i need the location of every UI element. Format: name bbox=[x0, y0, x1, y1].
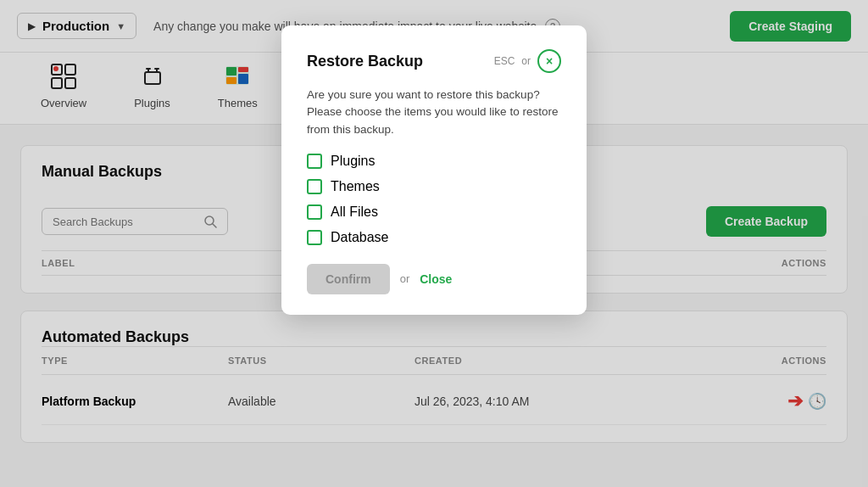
modal-description: Are you sure you want to restore this ba… bbox=[307, 87, 561, 138]
checkbox-plugins[interactable]: Plugins bbox=[307, 154, 561, 169]
modal-header-right: ESC or × bbox=[494, 49, 561, 73]
checkbox-themes-label: Themes bbox=[331, 179, 380, 194]
restore-backup-modal: Restore Backup ESC or × Are you sure you… bbox=[281, 25, 587, 315]
modal-footer: Confirm or Close bbox=[307, 264, 561, 294]
checkbox-database-input[interactable] bbox=[307, 230, 322, 245]
footer-or: or bbox=[400, 272, 410, 285]
modal-header: Restore Backup ESC or × bbox=[307, 49, 561, 73]
modal-title: Restore Backup bbox=[307, 53, 423, 70]
checkbox-themes[interactable]: Themes bbox=[307, 179, 561, 194]
checkbox-plugins-label: Plugins bbox=[331, 154, 375, 169]
confirm-button[interactable]: Confirm bbox=[307, 264, 390, 294]
esc-label: ESC bbox=[494, 55, 515, 67]
modal-or-label: or bbox=[521, 55, 531, 67]
close-link-button[interactable]: Close bbox=[420, 272, 452, 286]
checkbox-all-files-input[interactable] bbox=[307, 204, 322, 220]
checkbox-plugins-input[interactable] bbox=[307, 154, 322, 169]
modal-close-circle-button[interactable]: × bbox=[537, 49, 561, 73]
checkbox-themes-input[interactable] bbox=[307, 179, 322, 194]
restore-options: Plugins Themes All Files Database bbox=[307, 154, 561, 245]
modal-overlay: Restore Backup ESC or × Are you sure you… bbox=[0, 0, 868, 487]
checkbox-all-files[interactable]: All Files bbox=[307, 204, 561, 220]
checkbox-all-files-label: All Files bbox=[331, 204, 378, 220]
checkbox-database-label: Database bbox=[331, 230, 389, 245]
checkbox-database[interactable]: Database bbox=[307, 230, 561, 245]
